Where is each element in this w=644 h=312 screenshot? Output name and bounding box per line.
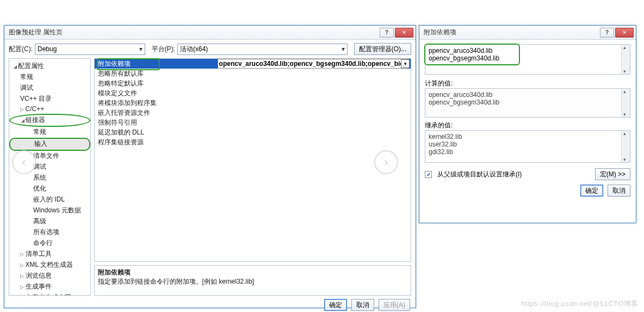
config-label: 配置(C): (9, 45, 33, 54)
tree-node[interactable]: 链接器 (9, 114, 90, 127)
help-button[interactable]: ? (380, 28, 394, 38)
property-key: 忽略特定默认库 (98, 79, 218, 88)
sub-title: 附加依赖项 (424, 28, 599, 37)
sub-close-button[interactable]: ✕ (615, 28, 634, 38)
property-key: 程序集链接资源 (98, 138, 218, 147)
property-key: 强制符号引用 (98, 118, 218, 127)
calc-line: opencv_bgsegm340d.lib (429, 99, 619, 106)
tree-node[interactable]: XML 文档生成器 (9, 260, 90, 271)
calculated-label: 计算的值: (425, 79, 630, 88)
property-row[interactable]: 嵌入托管资源文件 (95, 108, 411, 118)
config-combo[interactable]: Debug (35, 44, 145, 55)
close-button[interactable]: ✕ (395, 28, 413, 38)
platform-combo[interactable]: 活动(x64) (177, 44, 348, 55)
tree-node[interactable]: 所有选项 (9, 227, 90, 238)
property-key: 附加依赖项 (98, 59, 218, 69)
titlebar-sub: 附加依赖项 ? ✕ (419, 26, 636, 40)
deps-line: opencv_bgsegm340d.lib (429, 54, 619, 62)
property-pages-dialog: 图像预处理 属性页 ? ✕ 配置(C): Debug 平台(P): 活动(x64… (4, 25, 416, 308)
inh-line: user32.lib (429, 140, 619, 148)
property-tree[interactable]: 配置属性常规调试VC++ 目录C/C++链接器常规输入清单文件调试系统优化嵌入的… (9, 58, 91, 296)
inherit-checkbox-label: 从父级或项目默认设置继承(I) (437, 170, 592, 179)
description-box: 附加依赖项 指定要添加到链接命令行的附加项。[例如 kernel32.lib] (94, 265, 411, 296)
property-row[interactable]: 模块定义文件 (95, 88, 411, 98)
tree-node[interactable]: 命令行 (9, 238, 90, 249)
property-key: 延迟加载的 DLL (98, 128, 218, 137)
inh-line: gdi32.lib (429, 148, 619, 156)
config-row: 配置(C): Debug 平台(P): 活动(x64) 配置管理器(O)... (4, 40, 416, 58)
sub-help-button[interactable]: ? (600, 28, 614, 38)
property-row[interactable]: 程序集链接资源 (95, 137, 411, 147)
green-highlight-icon (97, 58, 160, 70)
cancel-button[interactable]: 取消 (351, 299, 374, 311)
property-row[interactable]: 忽略特定默认库 (95, 78, 411, 88)
inherited-box: kernel32.lib user32.lib gdi32.lib (425, 130, 630, 163)
deps-edit-box[interactable]: ppencv_aruco340d.lib opencv_bgsegm340d.l… (425, 44, 630, 75)
tree-node[interactable]: C/C++ (9, 105, 90, 114)
property-key: 嵌入托管资源文件 (98, 108, 218, 118)
tree-node[interactable]: 嵌入的 IDL (9, 194, 90, 205)
property-key: 忽略所有默认库 (98, 69, 218, 78)
scrollbar[interactable] (621, 45, 630, 74)
property-key: 模块定义文件 (98, 89, 218, 98)
tree-node[interactable]: 清单工具 (9, 249, 90, 260)
tree-node[interactable]: 输入 (9, 138, 90, 151)
inh-line: kernel32.lib (429, 133, 619, 140)
tree-node[interactable]: 常规 (9, 127, 90, 138)
watermark: https://blog.csdn.net/@51CTO博客 (521, 299, 639, 309)
tree-node[interactable]: 高级 (9, 216, 90, 227)
calculated-box: opencv_aruco340d.lib opencv_bgsegm340d.l… (425, 88, 630, 118)
tree-node[interactable]: Windows 元数据 (9, 205, 90, 216)
config-manager-button[interactable]: 配置管理器(O)... (354, 43, 411, 55)
property-key: 将模块添加到程序集 (98, 99, 218, 108)
tree-node[interactable]: VC++ 目录 (9, 94, 90, 105)
property-row[interactable]: 延迟加载的 DLL (95, 127, 411, 137)
apply-button[interactable]: 应用(A) (379, 299, 410, 311)
macro-button[interactable]: 宏(M) >> (595, 168, 630, 180)
additional-deps-dialog: 附加依赖项 ? ✕ ppencv_aruco340d.lib opencv_bg… (419, 25, 636, 223)
sub-cancel-button[interactable]: 取消 (608, 185, 630, 197)
tree-node[interactable]: 浏览信息 (9, 271, 90, 282)
inherited-label: 继承的值: (425, 121, 630, 130)
tree-node[interactable]: 自定义生成步骤 (9, 292, 90, 296)
next-image-arrow[interactable]: › (374, 150, 398, 174)
dropdown-icon[interactable]: ▾ (401, 59, 410, 68)
scrollbar[interactable] (621, 131, 630, 162)
property-row[interactable]: 将模块添加到程序集 (95, 98, 411, 108)
deps-line: ppencv_aruco340d.lib (429, 47, 619, 54)
chevron-left-icon: ‹ (22, 155, 26, 169)
scrollbar[interactable] (621, 89, 630, 117)
property-row[interactable]: 附加依赖项opencv_aruco340d.lib;opencv_bgsegm3… (95, 59, 411, 69)
sub-ok-button[interactable]: 确定 (580, 185, 603, 197)
property-list[interactable]: 附加依赖项opencv_aruco340d.lib;opencv_bgsegm3… (94, 58, 411, 262)
chevron-right-icon: › (384, 155, 388, 169)
description-title: 附加依赖项 (98, 268, 407, 277)
prev-image-arrow[interactable]: ‹ (12, 150, 36, 174)
property-row[interactable]: 忽略所有默认库 (95, 69, 411, 78)
property-value[interactable]: opencv_aruco340d.lib;opencv_bgsegm340d.l… (218, 59, 407, 69)
titlebar-main: 图像预处理 属性页 ? ✕ (4, 26, 416, 40)
property-row[interactable]: 强制符号引用 (95, 118, 411, 127)
description-body: 指定要添加到链接命令行的附加项。[例如 kernel32.lib] (98, 277, 407, 286)
ok-button[interactable]: 确定 (324, 299, 347, 311)
titlebar-title: 图像预处理 属性页 (9, 28, 379, 37)
tree-node[interactable]: 系统 (9, 173, 90, 183)
platform-label: 平台(P): (152, 45, 175, 54)
tree-node[interactable]: 配置属性 (9, 61, 90, 72)
tree-node[interactable]: 生成事件 (9, 282, 90, 292)
tree-node[interactable]: 常规 (9, 72, 90, 83)
inherit-checkbox[interactable]: ✔ (425, 171, 432, 178)
tree-node[interactable]: 调试 (9, 83, 90, 94)
calc-line: opencv_aruco340d.lib (429, 91, 619, 99)
tree-node[interactable]: 优化 (9, 183, 90, 194)
